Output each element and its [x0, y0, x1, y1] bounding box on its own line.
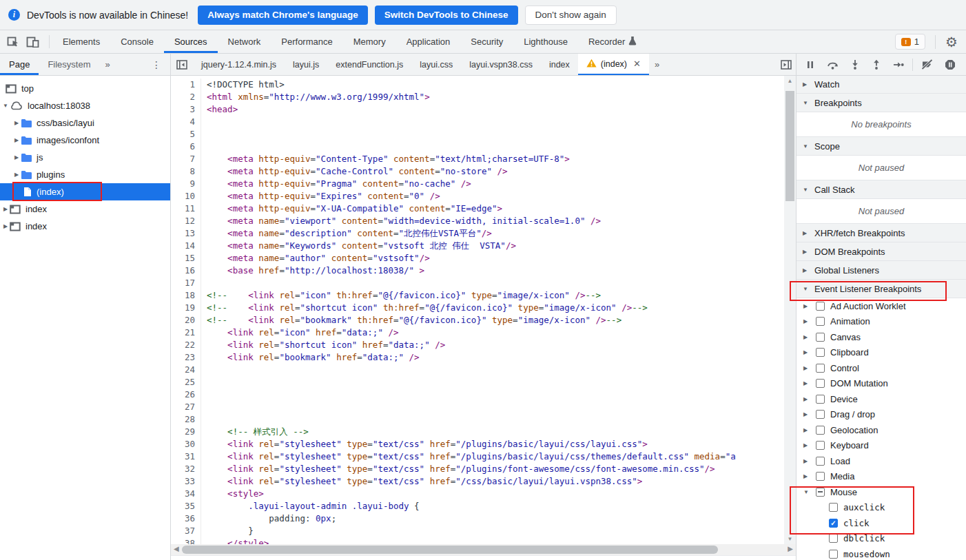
chevron-down-icon[interactable]: ▼	[803, 286, 810, 292]
code-line[interactable]: 30 <link rel="stylesheet" type="text/css…	[171, 438, 784, 450]
line-number[interactable]: 18	[171, 289, 201, 302]
tree-item-index[interactable]: ▶index	[0, 200, 170, 218]
code-line[interactable]: 14 <meta name="Keywords" content="vstsof…	[171, 240, 784, 252]
code-line[interactable]: 16 <base href="http://localhost:18038/" …	[171, 265, 784, 277]
section-call-stack[interactable]: ▼Call Stack	[797, 180, 966, 199]
chevron-right-icon[interactable]: ▶	[803, 81, 810, 87]
line-number[interactable]: 21	[171, 326, 201, 339]
checkbox-click[interactable]: ✓	[829, 519, 838, 528]
chevron-right-icon[interactable]: ▶	[12, 154, 21, 160]
event-category-keyboard[interactable]: ▶Keyboard	[797, 438, 966, 454]
code-line[interactable]: 27	[171, 401, 784, 413]
event-category-load[interactable]: ▶Load	[797, 453, 966, 469]
line-number[interactable]: 27	[171, 401, 201, 413]
section-scope[interactable]: ▼Scope	[797, 137, 966, 156]
line-number[interactable]: 35	[171, 500, 201, 512]
chevron-right-icon[interactable]: ▶	[803, 442, 810, 448]
code-line[interactable]: 13 <meta name="description" content="北控伟…	[171, 227, 784, 240]
chevron-right-icon[interactable]: ▶	[12, 172, 21, 178]
tab-lighthouse[interactable]: Lighthouse	[513, 30, 578, 53]
code-line[interactable]: 11 <meta http-equiv="X-UA-Compatible" co…	[171, 203, 784, 215]
checkbox-drag-drop[interactable]	[816, 410, 825, 419]
step-icon[interactable]	[893, 60, 904, 70]
code-line[interactable]: 1<!DOCTYPE html>	[171, 79, 784, 91]
line-number[interactable]: 24	[171, 364, 201, 376]
chevron-down-icon[interactable]: ▼	[803, 187, 810, 193]
checkbox-geolocation[interactable]	[816, 426, 825, 435]
section-breakpoints[interactable]: ▼Breakpoints	[797, 94, 966, 112]
tree-item-localhost-18038[interactable]: ▼localhost:18038	[0, 97, 170, 114]
scroll-down-arrow[interactable]: ▼	[784, 536, 796, 542]
event-click[interactable]: ✓click	[797, 515, 966, 531]
deactivate-breakpoints-icon[interactable]	[921, 59, 933, 70]
switch-devtools-chinese-button[interactable]: Switch DevTools to Chinese	[375, 6, 518, 25]
chevron-right-icon[interactable]: ▶	[803, 249, 810, 255]
line-number[interactable]: 20	[171, 314, 201, 326]
line-number[interactable]: 29	[171, 426, 201, 438]
horizontal-scrollbar-thumb[interactable]	[182, 546, 718, 554]
chevron-right-icon[interactable]: ▶	[803, 303, 810, 309]
tab-elements[interactable]: Elements	[52, 30, 110, 53]
tab-recorder[interactable]: Recorder	[578, 30, 647, 53]
line-number[interactable]: 33	[171, 475, 201, 488]
code-line[interactable]: 35 .layui-layout-admin .layui-body {	[171, 500, 784, 512]
pause-on-exceptions-icon[interactable]	[945, 59, 956, 70]
chevron-right-icon[interactable]: ▶	[12, 120, 21, 126]
event-dblclick[interactable]: dblclick	[797, 531, 966, 547]
editor-tab-index[interactable]: (index)✕	[578, 54, 649, 75]
line-number[interactable]: 1	[171, 79, 201, 91]
code-line[interactable]: 26	[171, 388, 784, 401]
code-line[interactable]: 4	[171, 116, 784, 128]
always-match-language-button[interactable]: Always match Chrome's language	[198, 6, 368, 25]
line-number[interactable]: 34	[171, 488, 201, 500]
event-category-canvas[interactable]: ▶Canvas	[797, 329, 966, 345]
line-number[interactable]: 10	[171, 190, 201, 203]
line-number[interactable]: 4	[171, 116, 201, 128]
line-number[interactable]: 26	[171, 388, 201, 401]
event-category-dom-mutation[interactable]: ▶DOM Mutation	[797, 376, 966, 392]
tab-performance[interactable]: Performance	[271, 30, 342, 53]
navigator-menu-dots-icon[interactable]: ⋮	[143, 54, 170, 75]
line-number[interactable]: 38	[171, 537, 201, 544]
tab-console[interactable]: Console	[110, 30, 164, 53]
checkbox-mouse[interactable]	[816, 488, 825, 497]
chevron-down-icon[interactable]: ▼	[803, 143, 810, 149]
chevron-right-icon[interactable]: ▶	[803, 334, 810, 340]
code-line[interactable]: 9 <meta http-equiv="Pragma" content="no-…	[171, 178, 784, 190]
checkbox-clipboard[interactable]	[816, 348, 825, 357]
code-line[interactable]: 32 <link rel="stylesheet" type="text/css…	[171, 463, 784, 475]
navigator-tab-page[interactable]: Page	[0, 54, 39, 75]
checkbox-animation[interactable]	[816, 317, 825, 326]
checkbox-mousedown[interactable]	[829, 550, 838, 559]
event-mousedown[interactable]: mousedown	[797, 546, 966, 560]
line-number[interactable]: 2	[171, 91, 201, 103]
chevron-right-icon[interactable]: ▶	[803, 473, 810, 479]
code-line[interactable]: 25	[171, 376, 784, 388]
checkbox-dblclick[interactable]	[829, 534, 838, 543]
checkbox-dom-mutation[interactable]	[816, 379, 825, 388]
dont-show-again-button[interactable]: Don't show again	[525, 6, 617, 25]
scroll-left-arrow[interactable]: ◀	[174, 545, 179, 552]
event-category-device[interactable]: ▶Device	[797, 391, 966, 407]
tree-item-index[interactable]: (index)	[0, 183, 170, 200]
vertical-scrollbar-thumb[interactable]	[785, 91, 794, 201]
section-dom-breakpoints[interactable]: ▶DOM Breakpoints	[797, 242, 966, 261]
event-category-geolocation[interactable]: ▶Geolocation	[797, 422, 966, 438]
line-number[interactable]: 32	[171, 463, 201, 475]
tree-item-top[interactable]: top	[0, 80, 170, 97]
event-category-media[interactable]: ▶Media	[797, 469, 966, 485]
code-line[interactable]: 17	[171, 277, 784, 289]
line-number[interactable]: 7	[171, 153, 201, 165]
tab-sources[interactable]: Sources	[164, 30, 218, 53]
chevron-right-icon[interactable]: ▶	[1, 206, 10, 212]
chevron-right-icon[interactable]: ▶	[803, 396, 810, 402]
chevron-down-icon[interactable]: ▼	[1, 103, 10, 109]
chevron-right-icon[interactable]: ▶	[803, 380, 810, 386]
checkbox-media[interactable]	[816, 472, 825, 481]
event-category-control[interactable]: ▶Control	[797, 360, 966, 376]
line-number[interactable]: 12	[171, 215, 201, 227]
line-number[interactable]: 5	[171, 128, 201, 141]
code-line[interactable]: 33 <link rel="stylesheet" type="text/css…	[171, 475, 784, 488]
chevron-right-icon[interactable]: ▶	[803, 318, 810, 324]
checkbox-ad-auction-worklet[interactable]	[816, 302, 825, 311]
